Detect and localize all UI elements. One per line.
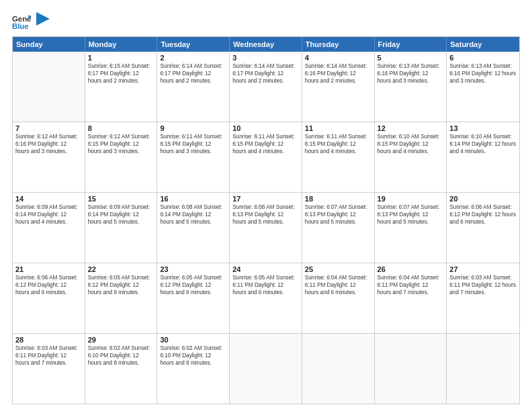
- day-number: 2: [160, 54, 226, 62]
- day-cell-4: 4Sunrise: 6:14 AM Sunset: 6:16 PM Daylig…: [302, 52, 375, 122]
- day-number: 29: [88, 336, 154, 344]
- header-day-thursday: Thursday: [302, 37, 375, 52]
- day-number: 26: [378, 265, 444, 273]
- day-number: 27: [449, 265, 517, 273]
- day-cell-7: 7Sunrise: 6:12 AM Sunset: 6:16 PM Daylig…: [13, 122, 85, 192]
- day-cell-10: 10Sunrise: 6:11 AM Sunset: 6:15 PM Dayli…: [230, 122, 302, 192]
- day-info: Sunrise: 6:06 AM Sunset: 6:12 PM Dayligh…: [449, 203, 517, 226]
- day-cell-19: 19Sunrise: 6:07 AM Sunset: 6:13 PM Dayli…: [375, 193, 447, 263]
- day-cell-5: 5Sunrise: 6:13 AM Sunset: 6:16 PM Daylig…: [375, 52, 447, 122]
- header-day-wednesday: Wednesday: [230, 37, 302, 52]
- calendar-week-1: 1Sunrise: 6:15 AM Sunset: 6:17 PM Daylig…: [13, 52, 519, 122]
- day-number: 21: [15, 265, 82, 273]
- day-info: Sunrise: 6:11 AM Sunset: 6:15 PM Dayligh…: [232, 133, 299, 155]
- calendar-week-3: 14Sunrise: 6:09 AM Sunset: 6:14 PM Dayli…: [13, 192, 519, 263]
- header: General Blue: [12, 12, 520, 31]
- day-info: Sunrise: 6:07 AM Sunset: 6:13 PM Dayligh…: [378, 203, 444, 226]
- day-number: 8: [88, 124, 154, 132]
- header-day-sunday: Sunday: [13, 37, 85, 52]
- day-number: 9: [160, 124, 226, 132]
- day-info: Sunrise: 6:05 AM Sunset: 6:11 PM Dayligh…: [232, 274, 299, 296]
- logo-arrow-icon: [36, 12, 50, 26]
- day-info: Sunrise: 6:13 AM Sunset: 6:16 PM Dayligh…: [378, 62, 444, 85]
- day-cell-18: 18Sunrise: 6:07 AM Sunset: 6:13 PM Dayli…: [302, 193, 375, 263]
- day-info: Sunrise: 6:04 AM Sunset: 6:11 PM Dayligh…: [378, 274, 444, 296]
- day-info: Sunrise: 6:11 AM Sunset: 6:15 PM Dayligh…: [160, 133, 226, 155]
- day-number: 18: [305, 195, 371, 203]
- day-number: 30: [160, 336, 226, 344]
- day-cell-22: 22Sunrise: 6:05 AM Sunset: 6:12 PM Dayli…: [85, 263, 158, 333]
- day-info: Sunrise: 6:07 AM Sunset: 6:13 PM Dayligh…: [305, 203, 371, 226]
- day-info: Sunrise: 6:05 AM Sunset: 6:12 PM Dayligh…: [88, 274, 154, 296]
- day-cell-13: 13Sunrise: 6:10 AM Sunset: 6:14 PM Dayli…: [447, 122, 519, 192]
- day-cell-28: 28Sunrise: 6:03 AM Sunset: 6:11 PM Dayli…: [13, 334, 85, 404]
- empty-cell: [447, 334, 519, 404]
- day-info: Sunrise: 6:04 AM Sunset: 6:11 PM Dayligh…: [305, 274, 371, 296]
- day-number: 24: [232, 265, 299, 273]
- day-cell-23: 23Sunrise: 6:05 AM Sunset: 6:12 PM Dayli…: [157, 263, 230, 333]
- day-cell-3: 3Sunrise: 6:14 AM Sunset: 6:17 PM Daylig…: [230, 52, 302, 122]
- day-cell-20: 20Sunrise: 6:06 AM Sunset: 6:12 PM Dayli…: [447, 193, 519, 263]
- empty-cell: [230, 334, 302, 404]
- day-cell-12: 12Sunrise: 6:10 AM Sunset: 6:15 PM Dayli…: [375, 122, 447, 192]
- day-number: 11: [305, 124, 371, 132]
- day-cell-26: 26Sunrise: 6:04 AM Sunset: 6:11 PM Dayli…: [375, 263, 447, 333]
- header-day-tuesday: Tuesday: [157, 37, 230, 52]
- day-number: 17: [232, 195, 299, 203]
- day-info: Sunrise: 6:12 AM Sunset: 6:15 PM Dayligh…: [88, 133, 154, 155]
- day-number: 12: [378, 124, 444, 132]
- day-info: Sunrise: 6:12 AM Sunset: 6:16 PM Dayligh…: [15, 133, 82, 155]
- day-cell-8: 8Sunrise: 6:12 AM Sunset: 6:15 PM Daylig…: [85, 122, 158, 192]
- calendar-week-5: 28Sunrise: 6:03 AM Sunset: 6:11 PM Dayli…: [13, 333, 519, 404]
- day-info: Sunrise: 6:03 AM Sunset: 6:11 PM Dayligh…: [449, 274, 517, 296]
- day-cell-24: 24Sunrise: 6:05 AM Sunset: 6:11 PM Dayli…: [230, 263, 302, 333]
- svg-marker-3: [36, 12, 50, 26]
- day-number: 7: [15, 124, 82, 132]
- day-number: 3: [232, 54, 299, 62]
- header-day-monday: Monday: [85, 37, 158, 52]
- header-day-saturday: Saturday: [447, 37, 519, 52]
- day-number: 28: [15, 336, 82, 344]
- day-cell-1: 1Sunrise: 6:15 AM Sunset: 6:17 PM Daylig…: [85, 52, 158, 122]
- day-info: Sunrise: 6:15 AM Sunset: 6:17 PM Dayligh…: [88, 62, 154, 85]
- empty-cell: [302, 334, 375, 404]
- calendar-week-4: 21Sunrise: 6:06 AM Sunset: 6:12 PM Dayli…: [13, 263, 519, 333]
- day-info: Sunrise: 6:13 AM Sunset: 6:16 PM Dayligh…: [449, 62, 517, 85]
- calendar-page: General Blue SundayMondayTuesdayWednesda…: [0, 0, 532, 411]
- day-number: 13: [449, 124, 517, 132]
- day-number: 20: [449, 195, 517, 203]
- day-cell-11: 11Sunrise: 6:11 AM Sunset: 6:15 PM Dayli…: [302, 122, 375, 192]
- day-number: 10: [232, 124, 299, 132]
- day-info: Sunrise: 6:08 AM Sunset: 6:13 PM Dayligh…: [232, 203, 299, 226]
- day-info: Sunrise: 6:06 AM Sunset: 6:12 PM Dayligh…: [15, 274, 82, 296]
- day-info: Sunrise: 6:08 AM Sunset: 6:14 PM Dayligh…: [160, 203, 226, 226]
- day-number: 16: [160, 195, 226, 203]
- day-number: 4: [305, 54, 371, 62]
- logo-icon: General Blue: [12, 12, 31, 31]
- day-number: 23: [160, 265, 226, 273]
- calendar-body: 1Sunrise: 6:15 AM Sunset: 6:17 PM Daylig…: [13, 52, 519, 404]
- day-number: 14: [15, 195, 82, 203]
- day-cell-16: 16Sunrise: 6:08 AM Sunset: 6:14 PM Dayli…: [157, 193, 230, 263]
- day-number: 15: [88, 195, 154, 203]
- day-cell-2: 2Sunrise: 6:14 AM Sunset: 6:17 PM Daylig…: [157, 52, 230, 122]
- calendar-week-2: 7Sunrise: 6:12 AM Sunset: 6:16 PM Daylig…: [13, 122, 519, 192]
- empty-cell: [13, 52, 85, 122]
- day-info: Sunrise: 6:09 AM Sunset: 6:14 PM Dayligh…: [15, 203, 82, 226]
- day-cell-30: 30Sunrise: 6:02 AM Sunset: 6:10 PM Dayli…: [157, 334, 230, 404]
- day-cell-25: 25Sunrise: 6:04 AM Sunset: 6:11 PM Dayli…: [302, 263, 375, 333]
- day-info: Sunrise: 6:09 AM Sunset: 6:14 PM Dayligh…: [88, 203, 154, 226]
- day-cell-14: 14Sunrise: 6:09 AM Sunset: 6:14 PM Dayli…: [13, 193, 85, 263]
- day-info: Sunrise: 6:02 AM Sunset: 6:10 PM Dayligh…: [160, 345, 226, 367]
- empty-cell: [375, 334, 447, 404]
- day-info: Sunrise: 6:14 AM Sunset: 6:16 PM Dayligh…: [305, 62, 371, 85]
- day-cell-29: 29Sunrise: 6:02 AM Sunset: 6:10 PM Dayli…: [85, 334, 158, 404]
- day-info: Sunrise: 6:10 AM Sunset: 6:15 PM Dayligh…: [378, 133, 444, 155]
- day-number: 22: [88, 265, 154, 273]
- calendar-header: SundayMondayTuesdayWednesdayThursdayFrid…: [13, 37, 519, 52]
- day-info: Sunrise: 6:05 AM Sunset: 6:12 PM Dayligh…: [160, 274, 226, 296]
- day-cell-9: 9Sunrise: 6:11 AM Sunset: 6:15 PM Daylig…: [157, 122, 230, 192]
- day-number: 25: [305, 265, 371, 273]
- day-number: 1: [88, 54, 154, 62]
- calendar: SundayMondayTuesdayWednesdayThursdayFrid…: [12, 36, 520, 404]
